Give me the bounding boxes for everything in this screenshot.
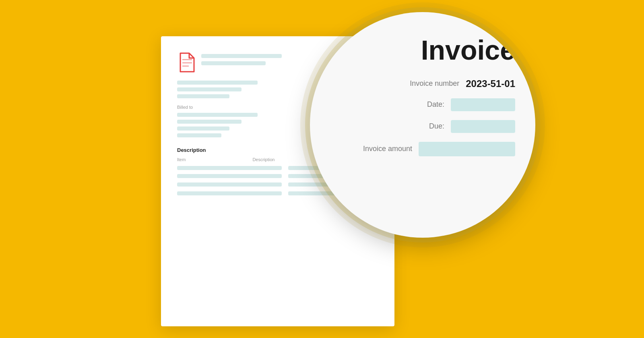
invoice-amount-label: Invoice amount xyxy=(363,145,412,153)
due-label: Due: xyxy=(429,122,444,131)
item-bar-2a xyxy=(177,174,282,178)
item-bar-3a xyxy=(177,182,282,187)
invoice-amount-placeholder xyxy=(419,142,515,156)
item-col-header: Item xyxy=(177,157,186,162)
main-scene: Billed to Description Item Description xyxy=(141,24,503,314)
due-placeholder xyxy=(451,120,515,133)
billed-address-2 xyxy=(177,126,229,131)
address-line-3 xyxy=(177,94,229,98)
doc-header-lines xyxy=(201,52,282,65)
invoice-title: Invoice xyxy=(421,36,515,64)
due-row: Due: xyxy=(334,120,515,133)
date-placeholder xyxy=(451,98,515,111)
magnifier-circle: Invoice Invoice number 2023-51-01 Date: … xyxy=(310,12,535,238)
item-bar-4a xyxy=(177,191,282,195)
address-line-1 xyxy=(177,81,258,85)
billed-address-3 xyxy=(177,133,221,137)
billed-name xyxy=(177,113,258,117)
invoice-number-value: 2023-51-01 xyxy=(466,78,515,89)
magnifier-content: Invoice Invoice number 2023-51-01 Date: … xyxy=(334,36,515,165)
date-label: Date: xyxy=(427,100,444,109)
item-bar-1a xyxy=(177,166,282,170)
billed-address-1 xyxy=(177,120,242,124)
company-name-bar xyxy=(201,54,282,58)
invoice-amount-row: Invoice amount xyxy=(334,142,515,156)
company-address-bar xyxy=(201,61,266,65)
company-logo-icon xyxy=(177,52,195,73)
address-line-2 xyxy=(177,87,242,91)
date-row: Date: xyxy=(334,98,515,111)
description-col-header: Description xyxy=(252,157,275,162)
invoice-number-label: Invoice number xyxy=(410,79,459,88)
invoice-number-row: Invoice number 2023-51-01 xyxy=(334,78,515,89)
